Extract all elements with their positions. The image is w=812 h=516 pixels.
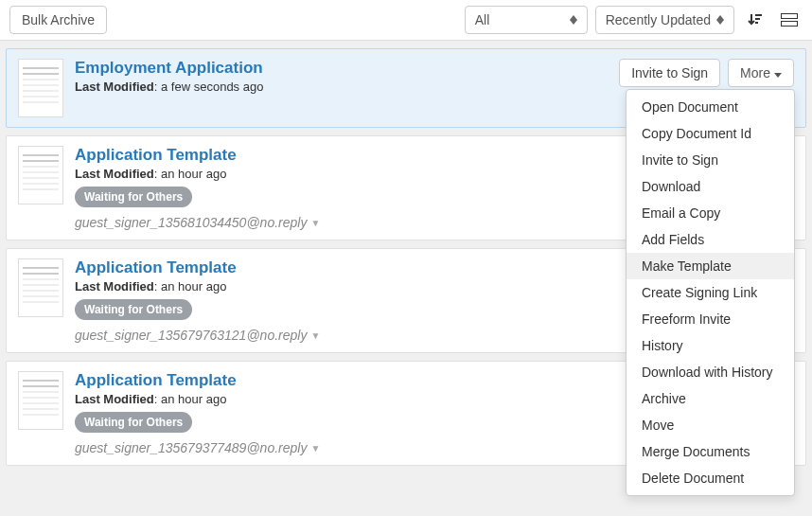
- signer-email: guest_signer_135679763121@no.reply: [75, 328, 307, 343]
- status-badge: Waiting for Others: [75, 412, 192, 433]
- modified-label: Last Modified: [75, 167, 154, 181]
- dropdown-item[interactable]: Email a Copy: [627, 200, 794, 226]
- dropdown-item[interactable]: History: [627, 332, 794, 359]
- more-dropdown-menu: Open DocumentCopy Document IdInvite to S…: [626, 89, 795, 496]
- svg-marker-1: [570, 20, 577, 25]
- svg-marker-11: [774, 73, 782, 78]
- dropdown-item[interactable]: Open Document: [627, 94, 794, 120]
- document-thumbnail: [18, 371, 63, 430]
- status-badge: Waiting for Others: [75, 187, 192, 207]
- sort-direction-button[interactable]: [742, 6, 768, 34]
- row-actions: Invite to Sign More: [619, 59, 794, 87]
- modified-value: an hour ago: [161, 167, 226, 181]
- more-label: More: [740, 65, 770, 80]
- dropdown-item[interactable]: Merge Documents: [627, 438, 794, 465]
- updown-icon: [570, 15, 577, 25]
- dropdown-item[interactable]: Copy Document Id: [627, 120, 794, 147]
- modified-value: an hour ago: [161, 392, 226, 406]
- signer-email: guest_signer_135679377489@no.reply: [75, 440, 307, 455]
- svg-rect-9: [782, 14, 797, 18]
- caret-down-icon: ▼: [310, 330, 320, 341]
- svg-marker-3: [716, 20, 724, 25]
- filter-select[interactable]: All: [465, 6, 588, 34]
- dropdown-item[interactable]: Archive: [627, 385, 794, 412]
- document-meta: Last Modified: a few seconds ago: [75, 80, 608, 94]
- dropdown-item[interactable]: Freeform Invite: [627, 306, 794, 332]
- caret-down-icon: ▼: [310, 443, 320, 454]
- updown-icon: [716, 15, 724, 25]
- filter-select-label: All: [475, 12, 490, 27]
- modified-value: a few seconds ago: [161, 80, 263, 94]
- view-toggle-button[interactable]: [776, 6, 803, 34]
- document-thumbnail: [18, 258, 63, 317]
- document-thumbnail: [18, 146, 63, 205]
- bulk-archive-button[interactable]: Bulk Archive: [9, 6, 107, 34]
- signer-dropdown[interactable]: guest_signer_135679377489@no.reply ▼: [75, 440, 320, 455]
- dropdown-item[interactable]: Move: [627, 412, 794, 438]
- caret-down-icon: [774, 65, 782, 80]
- signer-dropdown[interactable]: guest_signer_135679763121@no.reply ▼: [75, 328, 320, 343]
- dropdown-item[interactable]: Download: [627, 173, 794, 200]
- toolbar: Bulk Archive All Recently Updated: [0, 0, 812, 41]
- sort-select-label: Recently Updated: [606, 12, 711, 27]
- document-title[interactable]: Employment Application: [75, 59, 608, 78]
- dropdown-item[interactable]: Delete Document: [627, 465, 794, 491]
- dropdown-item[interactable]: Create Signing Link: [627, 279, 794, 306]
- signer-dropdown[interactable]: guest_signer_135681034450@no.reply ▼: [75, 215, 320, 230]
- signer-email: guest_signer_135681034450@no.reply: [75, 215, 307, 230]
- dropdown-item[interactable]: Invite to Sign: [627, 147, 794, 173]
- dropdown-item[interactable]: Make Template: [627, 253, 794, 279]
- modified-value: an hour ago: [161, 279, 226, 294]
- status-badge: Waiting for Others: [75, 299, 192, 320]
- modified-label: Last Modified: [75, 80, 154, 94]
- caret-down-icon: ▼: [310, 218, 320, 228]
- list-view-icon: [781, 13, 798, 27]
- document-info: Employment Application Last Modified: a …: [75, 59, 608, 99]
- sort-select[interactable]: Recently Updated: [595, 6, 734, 34]
- modified-label: Last Modified: [75, 392, 154, 406]
- modified-label: Last Modified: [75, 279, 154, 294]
- dropdown-item[interactable]: Add Fields: [627, 226, 794, 253]
- sort-icon: [748, 12, 763, 27]
- svg-rect-10: [782, 22, 797, 26]
- document-thumbnail: [18, 59, 63, 117]
- more-button[interactable]: More: [728, 59, 794, 87]
- invite-to-sign-button[interactable]: Invite to Sign: [619, 59, 720, 87]
- dropdown-item[interactable]: Download with History: [627, 359, 794, 385]
